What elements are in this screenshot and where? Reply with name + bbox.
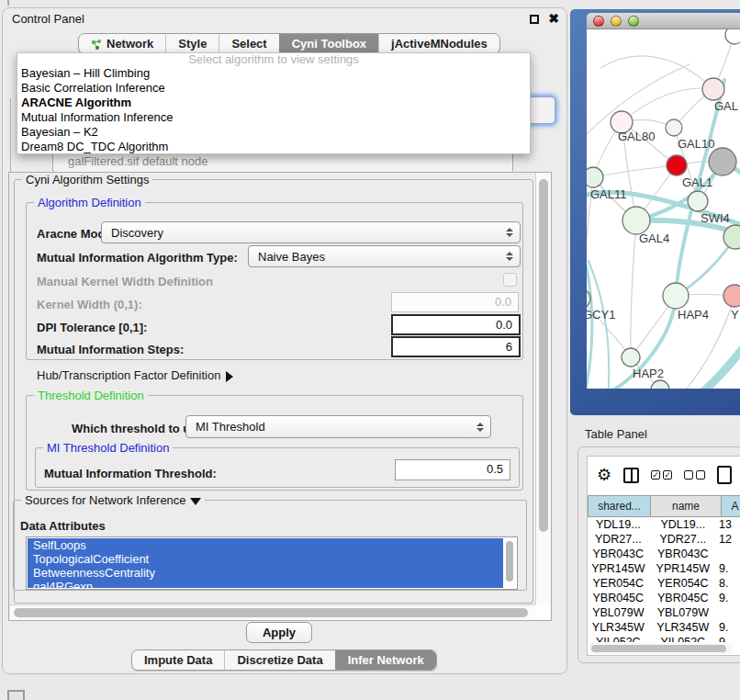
network-node-gal11[interactable]	[587, 167, 603, 187]
network-edge[interactable]	[600, 56, 713, 89]
apply-button[interactable]: Apply	[246, 622, 312, 643]
table-row[interactable]: YLR345WYLR345W9.	[588, 620, 740, 635]
manual-kernel-width-checkbox[interactable]	[503, 273, 517, 287]
settings-vertical-scrollbar[interactable]	[535, 173, 551, 605]
network-node-hap2[interactable]	[622, 348, 640, 367]
columns-icon[interactable]	[623, 468, 639, 483]
close-light-icon[interactable]	[593, 16, 604, 27]
algorithm-definition-title: Algorithm Definition	[34, 196, 145, 209]
tab-jactivemnodules[interactable]: jActiveMNodules	[378, 34, 499, 53]
table-cell: YDL19...	[588, 517, 649, 532]
scrollbar-thumb[interactable]	[539, 179, 548, 532]
attribute-item[interactable]: BetweennessCentrality	[28, 566, 503, 580]
algorithm-option[interactable]: ARACNE Algorithm	[17, 96, 530, 110]
algorithm-option[interactable]: Bayesian – Hill Climbing	[17, 66, 530, 81]
tab-cyni-toolbox[interactable]: Cyni Toolbox	[279, 34, 378, 53]
settings-horizontal-scrollbar[interactable]	[10, 604, 535, 620]
gear-icon[interactable]: ⚙	[597, 467, 611, 483]
column-header[interactable]: A	[722, 495, 740, 517]
mi-threshold-group-title: MI Threshold Definition	[43, 441, 173, 455]
network-canvas[interactable]: GALGAL80GAL10GAL1GAL11SWI4GAL4GCY1HAP4YH…	[587, 29, 740, 389]
table-row[interactable]: YBR045CYBR045C9.	[588, 591, 740, 605]
minimize-light-icon[interactable]	[611, 16, 622, 27]
network-icon	[91, 39, 102, 50]
table-cell: YBR045C	[649, 591, 717, 605]
table-cell: YBL079W	[649, 605, 717, 620]
scrollbar-thumb[interactable]	[14, 608, 528, 617]
table-row[interactable]: YBL079WYBL079W	[588, 605, 740, 620]
table-panel-title: Table Panel	[585, 427, 647, 441]
tab-impute-data[interactable]: Impute Data	[132, 650, 224, 670]
network-node[interactable]	[725, 29, 740, 44]
network-window[interactable]: GALGAL80GAL10GAL1GAL11SWI4GAL4GCY1HAP4YH…	[587, 13, 740, 389]
network-node-hap4[interactable]	[663, 283, 689, 309]
sources-group-title[interactable]: Sources for Network Inference	[21, 493, 205, 507]
which-threshold-combo[interactable]: MI Threshold	[185, 415, 491, 438]
column-header[interactable]: name	[651, 495, 722, 517]
table-row[interactable]: YER054CYER054C8.	[588, 576, 740, 591]
tab-select[interactable]: Select	[219, 34, 278, 53]
tab-infer-network[interactable]: Infer Network	[335, 650, 436, 670]
toolbox-tab-bar: NetworkStyleSelectCyni ToolboxjActiveMNo…	[78, 33, 500, 54]
attribute-item[interactable]: gal4RGexp	[28, 580, 503, 590]
table-row[interactable]: YDR27...YDR27...12	[588, 532, 740, 547]
unchecked-boxes-icon[interactable]	[684, 470, 705, 480]
attribute-item[interactable]: TopologicalCoefficient	[28, 552, 503, 566]
tab-label: Select	[231, 34, 266, 53]
float-icon[interactable]	[530, 15, 539, 24]
network-edge[interactable]	[593, 165, 677, 177]
network-node-gal[interactable]	[702, 78, 724, 100]
zoom-light-icon[interactable]	[628, 16, 639, 27]
threshold-definition-title: Threshold Definition	[34, 389, 148, 402]
attribute-list-scrollbar[interactable]	[503, 538, 516, 588]
network-edge-highlighted[interactable]	[695, 344, 740, 389]
expand-right-icon	[226, 371, 233, 382]
network-node[interactable]	[651, 380, 669, 389]
mi-steps-field[interactable]: 6	[391, 336, 521, 357]
algorithm-option[interactable]: Dream8 DC_TDC Algorithm	[17, 140, 530, 154]
algorithm-option[interactable]: Basic Correlation Inference	[17, 81, 530, 96]
network-node[interactable]	[709, 148, 736, 175]
table-cell: YDL19...	[649, 517, 717, 532]
sources-title-text: Sources for Network Inference	[25, 493, 186, 507]
network-edge[interactable]	[631, 220, 636, 357]
network-node-gal10[interactable]	[666, 119, 682, 136]
kernel-width-field[interactable]: 0.0	[391, 292, 519, 312]
scrollbar-thumb[interactable]	[591, 645, 726, 652]
attribute-item[interactable]: SelfLoops	[28, 538, 503, 552]
network-node-gal1[interactable]	[667, 155, 687, 175]
node-label: GAL	[714, 99, 738, 113]
network-node-y[interactable]	[723, 285, 740, 307]
hub-definition-expander[interactable]: Hub/Transcription Factor Definition	[37, 368, 233, 382]
cyni-algorithm-settings-title: Cyni Algorithm Settings	[22, 173, 152, 186]
tab-discretize-data[interactable]: Discretize Data	[224, 650, 334, 670]
algorithm-option[interactable]: Mutual Information Inference	[17, 110, 530, 125]
cyni-mode-tab-bar: Impute DataDiscretize DataInfer Network	[131, 649, 437, 671]
table-row[interactable]: YIL052CYIL052C9.	[588, 635, 740, 642]
table-rows: YDL19...YDL19...13YDR27...YDR27...12YBR0…	[588, 517, 740, 642]
page-icon[interactable]	[717, 466, 732, 484]
data-attributes-list[interactable]: SelfLoopsTopologicalCoefficientBetweenne…	[26, 536, 518, 590]
table-horizontal-scrollbar[interactable]	[589, 643, 733, 654]
network-window-titlebar[interactable]	[587, 13, 740, 29]
table-row[interactable]: YBR043CYBR043C	[588, 547, 740, 561]
dpi-tolerance-field[interactable]: 0.0	[391, 314, 521, 335]
algorithm-option[interactable]: Bayesian – K2	[17, 125, 530, 140]
tab-style[interactable]: Style	[165, 34, 219, 53]
checked-boxes-icon[interactable]: ✓✓	[651, 470, 672, 480]
mi-algorithm-type-combo[interactable]: Naive Bayes	[248, 245, 521, 267]
cyni-settings-scrollpane: Cyni Algorithm Settings Algorithm Defini…	[8, 172, 552, 621]
table-row[interactable]: YPR145WYPR145W9.	[588, 561, 740, 576]
tab-network[interactable]: Network	[79, 34, 165, 53]
node-label: GAL11	[590, 187, 627, 201]
aracne-mode-combo[interactable]: Discovery	[101, 221, 521, 243]
network-node-swi4[interactable]	[688, 191, 708, 211]
column-header[interactable]: shared...	[588, 495, 651, 517]
mi-threshold-field[interactable]: 0.5	[395, 459, 510, 480]
table-row[interactable]: YDL19...YDL19...13	[588, 517, 740, 532]
table-cell: YLR345W	[588, 620, 649, 635]
scrollbar-thumb[interactable]	[506, 541, 513, 581]
node-label: GAL1	[682, 175, 712, 189]
close-icon[interactable]: ✖	[548, 11, 559, 26]
network-node-gal4[interactable]	[622, 207, 650, 234]
